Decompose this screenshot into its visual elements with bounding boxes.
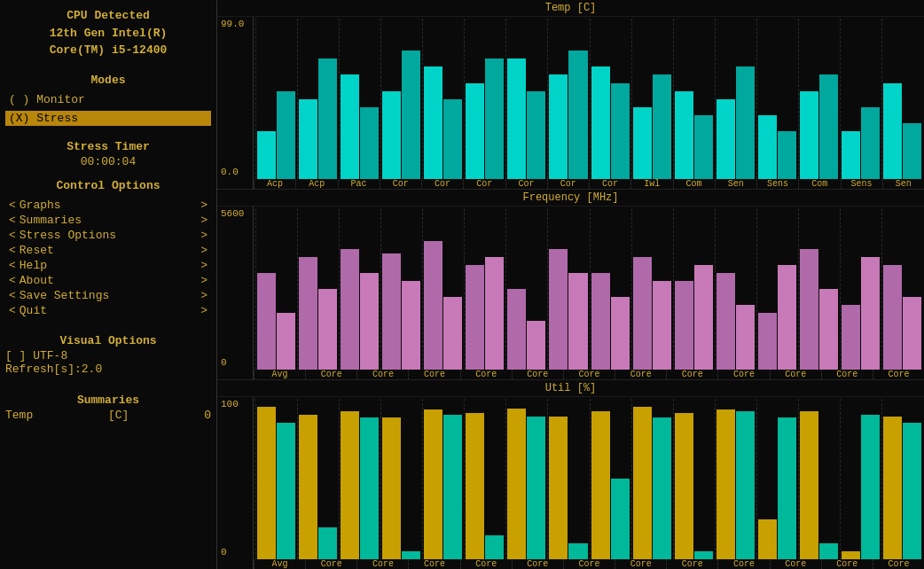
bar-13-0 [800, 249, 818, 370]
bar-group-6 [505, 399, 546, 559]
bar-group-12 [756, 19, 797, 179]
control-item-summaries[interactable]: < Summaries > [5, 213, 211, 228]
bar-0-1 [277, 313, 295, 369]
col-label-7: Core [615, 559, 666, 569]
bar-5-1 [485, 535, 504, 559]
col-label-0: Avg [254, 559, 305, 569]
bar-group-2 [339, 19, 380, 179]
util-y-max: 100 [221, 399, 249, 409]
control-item-stress-options[interactable]: < Stress Options > [5, 228, 211, 243]
freq-title: Frequency [MHz] [217, 190, 924, 207]
control-item-save-settings[interactable]: < Save Settings > [5, 288, 211, 303]
bar-group-14 [840, 19, 881, 179]
bar-10-1 [694, 551, 713, 559]
col-label-12: Sens [756, 179, 798, 189]
bar-15-1 [903, 297, 921, 370]
col-label-2: Core [356, 370, 408, 379]
col-label-12: Core [873, 559, 924, 569]
bar-group-11 [715, 208, 756, 369]
bar-3-1 [402, 551, 420, 559]
utf8-option[interactable]: [ ] UTF-8 [5, 349, 211, 362]
col-label-14: Sens [841, 179, 882, 189]
bar-4-0 [424, 66, 442, 179]
bar-group-10 [673, 19, 714, 179]
bar-0-0 [257, 131, 276, 179]
bar-7-0 [549, 74, 568, 179]
util-bars-container [253, 397, 924, 559]
temp-label: Temp [5, 409, 33, 422]
col-label-6: Core [563, 559, 615, 569]
mode-stress[interactable]: (X) Stress [5, 111, 211, 126]
bar-2-0 [341, 411, 359, 559]
temp-title: Temp [C] [217, 0, 924, 17]
bar-5-0 [466, 83, 484, 180]
bar-12-0 [758, 313, 777, 369]
refresh-option: Refresh[s]:2.0 [5, 362, 211, 376]
bar-15-1 [903, 123, 921, 179]
col-label-2: Pac [338, 179, 380, 189]
col-label-9: Core [717, 559, 769, 569]
bar-8-0 [591, 411, 610, 559]
col-label-9: Iwl [630, 179, 672, 189]
freq-chart-section: Frequency [MHz] 5600 0 AvgCoreCoreCoreCo… [217, 190, 924, 379]
bar-6-0 [507, 58, 526, 179]
col-label-10: Core [770, 559, 821, 569]
col-label-12: Core [873, 370, 924, 379]
controls-list: < Graphs >< Summaries >< Stress Options … [5, 198, 211, 318]
bar-6-1 [527, 321, 545, 369]
bar-group-10 [673, 399, 714, 559]
col-label-8: Core [666, 370, 717, 379]
bar-2-0 [341, 249, 359, 370]
bar-12-1 [778, 265, 796, 370]
col-label-10: Com [673, 179, 715, 189]
col-label-3: Core [408, 559, 459, 569]
bar-group-14 [840, 399, 881, 559]
bar-0-0 [257, 273, 276, 370]
bar-group-8 [590, 19, 630, 179]
bar-9-0 [633, 257, 652, 370]
bar-10-0 [675, 91, 693, 180]
bar-9-0 [633, 407, 652, 559]
bar-13-0 [800, 411, 818, 559]
bar-4-1 [443, 99, 462, 180]
bar-group-3 [380, 208, 421, 369]
bar-group-4 [422, 19, 463, 179]
control-item-about[interactable]: < About > [5, 273, 211, 288]
bar-group-12 [756, 399, 797, 559]
bar-group-4 [422, 399, 463, 559]
bar-1-1 [318, 58, 337, 179]
bar-7-0 [549, 249, 568, 370]
temp-chart-section: Temp [C] 99.0 0.0 AcpAcpPacCorCorCorCorC… [217, 0, 924, 190]
col-label-11: Core [821, 370, 873, 379]
col-label-0: Avg [254, 370, 305, 379]
bar-11-1 [736, 305, 755, 370]
bar-11-1 [736, 411, 755, 559]
bar-1-0 [299, 99, 317, 180]
util-cols-header: AvgCoreCoreCoreCoreCoreCoreCoreCoreCoreC… [253, 559, 924, 569]
temp-bars-container [253, 17, 924, 179]
bar-12-1 [778, 417, 796, 559]
bar-11-1 [736, 66, 755, 179]
col-label-11: Core [821, 559, 873, 569]
col-label-6: Core [563, 370, 615, 379]
control-item-reset[interactable]: < Reset > [5, 243, 211, 258]
bar-6-1 [527, 91, 545, 180]
control-item-graphs[interactable]: < Graphs > [5, 198, 211, 213]
mode-monitor[interactable]: ( ) Monitor [5, 92, 211, 107]
bar-group-7 [547, 399, 588, 559]
bar-1-1 [318, 527, 337, 559]
col-label-2: Core [356, 559, 408, 569]
bar-group-5 [464, 19, 505, 179]
bar-15-1 [903, 423, 921, 559]
control-item-quit[interactable]: < Quit > [5, 303, 211, 318]
bar-group-1 [297, 19, 338, 179]
bar-12-0 [758, 115, 777, 180]
bar-6-0 [507, 289, 526, 370]
bar-group-6 [505, 19, 546, 179]
bar-group-7 [547, 208, 588, 369]
temp-cols-header: AcpAcpPacCorCorCorCorCorCorIwlComSenSens… [253, 179, 924, 189]
summaries-header: Summaries [5, 394, 211, 407]
bar-group-14 [840, 208, 881, 369]
control-item-help[interactable]: < Help > [5, 258, 211, 273]
util-title: Util [%] [217, 380, 924, 397]
